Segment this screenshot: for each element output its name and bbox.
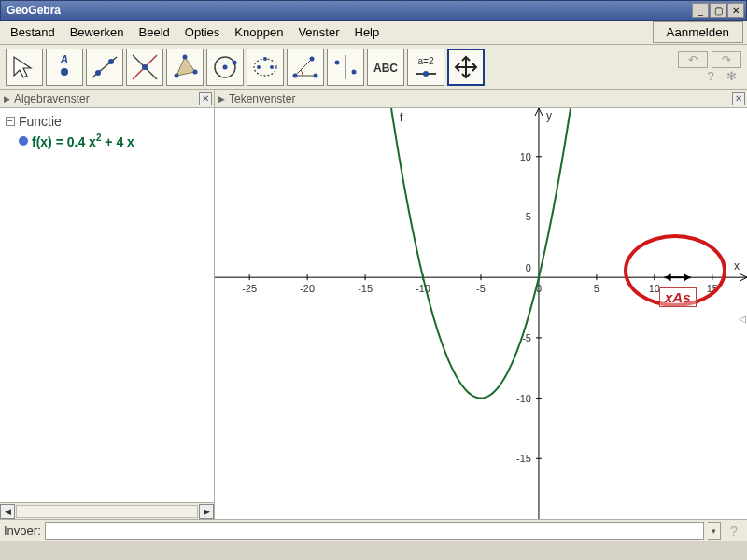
svg-text:x: x	[734, 259, 740, 273]
svg-point-1	[61, 68, 68, 76]
redo-button[interactable]: ↷	[712, 51, 741, 68]
input-field[interactable]	[45, 522, 704, 540]
svg-point-9	[175, 73, 179, 77]
signin-button[interactable]: Aanmelden	[653, 21, 743, 43]
svg-text:a=2: a=2	[418, 56, 434, 66]
side-expand-icon[interactable]: ◁	[739, 314, 746, 324]
graphics-panel: ▶ Tekenvenster ✕ -25-20-15-10-5051015-15…	[215, 90, 747, 519]
help-icon[interactable]: ?	[704, 70, 717, 83]
svg-text:f: f	[400, 110, 403, 124]
graphics-panel-title: Tekenvenster	[229, 92, 295, 105]
tool-circle[interactable]	[206, 49, 244, 86]
svg-point-3	[95, 70, 101, 76]
algebra-close-icon[interactable]: ✕	[199, 92, 212, 105]
svg-text:5: 5	[526, 211, 531, 222]
toolbar-right: ↶ ↷ ? ✻	[678, 51, 741, 83]
tree-category-row[interactable]: − Functie	[6, 112, 208, 131]
tool-line[interactable]	[86, 49, 123, 86]
close-button[interactable]: ✕	[727, 3, 744, 18]
svg-point-25	[335, 60, 340, 64]
svg-point-13	[223, 64, 228, 69]
input-help-icon[interactable]: ?	[725, 522, 743, 540]
function-row[interactable]: f(x) = 0.4 x2 + 4 x	[6, 131, 208, 151]
undo-button[interactable]: ↶	[678, 51, 708, 68]
svg-point-11	[193, 69, 198, 74]
svg-text:5: 5	[594, 283, 599, 294]
title-bar: GeoGebra _ ▢ ✕	[0, 0, 747, 21]
scroll-track[interactable]	[16, 505, 198, 518]
svg-point-21	[293, 73, 298, 77]
tool-move[interactable]	[6, 49, 43, 86]
function-expression: f(x) = 0.4 x2 + 4 x	[32, 133, 134, 149]
algebra-scrollbar[interactable]: ◀ ▶	[0, 502, 214, 519]
menu-knoppen[interactable]: Knoppen	[228, 22, 289, 42]
svg-marker-8	[176, 57, 195, 76]
input-bar: Invoer: ▾ ?	[0, 519, 747, 541]
menu-bewerken[interactable]: Bewerken	[63, 22, 131, 42]
menu-items: Bestand Bewerken Beeld Opties Knoppen Ve…	[4, 22, 386, 42]
svg-point-23	[310, 56, 315, 61]
tool-reflect[interactable]	[327, 49, 364, 86]
svg-point-16	[257, 65, 261, 69]
svg-text:-25: -25	[242, 283, 257, 294]
menu-help[interactable]: Help	[348, 22, 387, 42]
svg-text:ABC: ABC	[374, 62, 398, 75]
algebra-panel: ▶ Algebravenster ✕ − Functie f(x) = 0.4 …	[0, 90, 215, 519]
input-dropdown-icon[interactable]: ▾	[708, 522, 721, 540]
menu-bestand[interactable]: Bestand	[4, 22, 62, 42]
toolbar: A ABC a=2 ↶ ↷ ? ✻	[0, 45, 747, 90]
menu-opties[interactable]: Opties	[178, 22, 227, 42]
svg-text:10: 10	[520, 151, 531, 162]
svg-text:0: 0	[526, 262, 531, 273]
svg-text:-15: -15	[358, 283, 373, 294]
tool-perpendicular[interactable]	[126, 49, 163, 86]
algebra-panel-title: Algebravenster	[14, 92, 90, 105]
svg-point-4	[108, 59, 114, 64]
svg-text:-5: -5	[476, 283, 486, 294]
svg-text:-20: -20	[300, 283, 315, 294]
svg-point-30	[423, 71, 429, 77]
svg-point-17	[270, 65, 274, 69]
visibility-dot-icon[interactable]	[19, 136, 28, 146]
svg-text:y: y	[546, 109, 552, 122]
collapse-icon: ▶	[218, 94, 225, 104]
svg-point-10	[183, 54, 188, 59]
tool-polygon[interactable]	[166, 49, 204, 86]
tool-point[interactable]: A	[46, 49, 83, 86]
scroll-left-icon[interactable]: ◀	[0, 504, 15, 519]
menu-venster[interactable]: Venster	[291, 22, 345, 42]
tool-text[interactable]: ABC	[367, 49, 404, 86]
collapse-icon: ▶	[4, 94, 10, 104]
svg-text:-15: -15	[516, 453, 531, 464]
input-label: Invoer:	[4, 524, 41, 538]
menu-bar: Bestand Bewerken Beeld Opties Knoppen Ve…	[0, 21, 747, 45]
tool-angle[interactable]	[287, 49, 324, 86]
menu-beeld[interactable]: Beeld	[133, 22, 176, 42]
graphics-panel-header[interactable]: ▶ Tekenvenster ✕	[215, 90, 747, 108]
algebra-panel-header[interactable]: ▶ Algebravenster ✕	[0, 90, 214, 108]
app-title: GeoGebra	[7, 4, 61, 17]
graphics-canvas[interactable]: -25-20-15-10-5051015-15-10-55100xyf xAs …	[215, 108, 747, 519]
svg-text:-10: -10	[516, 393, 531, 404]
collapse-minus-icon[interactable]: −	[6, 117, 15, 126]
tool-buttons: A ABC a=2	[6, 49, 485, 86]
settings-icon[interactable]: ✻	[725, 70, 738, 83]
tool-move-view[interactable]	[447, 49, 485, 86]
tree-category-label: Functie	[19, 114, 62, 129]
main-panels: ▶ Algebravenster ✕ − Functie f(x) = 0.4 …	[0, 90, 747, 519]
tool-slider[interactable]: a=2	[407, 49, 444, 86]
svg-text:A: A	[60, 53, 68, 64]
svg-point-22	[314, 73, 318, 77]
window-controls: _ ▢ ✕	[692, 3, 744, 18]
minimize-button[interactable]: _	[692, 3, 709, 18]
svg-text:-10: -10	[416, 283, 430, 294]
scroll-right-icon[interactable]: ▶	[199, 504, 214, 519]
algebra-tree: − Functie f(x) = 0.4 x2 + 4 x	[0, 108, 214, 502]
tool-ellipse[interactable]	[247, 49, 284, 86]
svg-point-14	[233, 60, 237, 64]
svg-point-18	[263, 57, 267, 61]
plot-svg[interactable]: -25-20-15-10-5051015-15-10-55100xyf	[215, 108, 747, 519]
graphics-close-icon[interactable]: ✕	[732, 92, 745, 105]
annotation-label: xAs	[659, 287, 697, 307]
maximize-button[interactable]: ▢	[710, 3, 726, 18]
